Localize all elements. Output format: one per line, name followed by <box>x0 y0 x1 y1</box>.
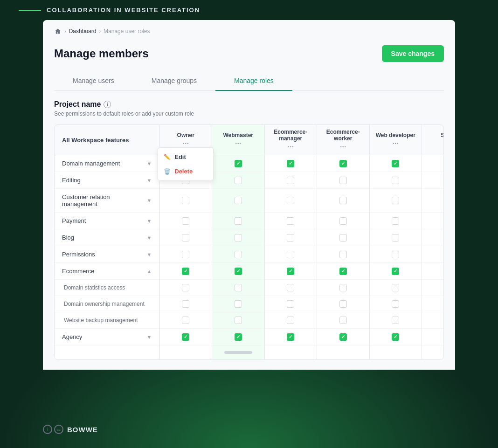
expand-icon-ecommerce[interactable]: ▲ <box>147 269 152 274</box>
checkbox-blog-0[interactable] <box>182 234 189 241</box>
tab-manage-roles[interactable]: Manage roles <box>215 71 292 91</box>
checkbox-agency-3[interactable] <box>339 333 347 341</box>
checkbox-ecommerce-3[interactable] <box>339 268 347 275</box>
role-ecommerce-manager-menu-button[interactable]: ··· <box>268 143 314 151</box>
checkbox-permissions-0[interactable] <box>182 251 189 258</box>
check-cell-payment-5 <box>422 213 444 229</box>
checkbox-blog-1[interactable] <box>235 234 242 241</box>
checkbox-editing-2[interactable] <box>287 177 294 184</box>
role-webmaster-menu-button[interactable]: ··· <box>215 139 262 148</box>
checkbox-crm-0[interactable] <box>182 197 189 204</box>
checkbox-ecommerce-1[interactable] <box>235 268 242 275</box>
checkbox-payment-0[interactable] <box>182 217 189 225</box>
check-cell-crm-1 <box>212 189 265 213</box>
checkbox-domain-management-3[interactable] <box>339 160 347 167</box>
checkbox-permissions-4[interactable] <box>392 251 399 258</box>
checkbox-domain-stats-3[interactable] <box>339 284 347 291</box>
role-web-developer-menu-button[interactable]: ··· <box>373 139 419 148</box>
checkbox-payment-3[interactable] <box>339 217 347 225</box>
check-cell-crm-2 <box>264 189 317 213</box>
checkbox-website-backup-4[interactable] <box>392 317 399 324</box>
check-cell-agency-1 <box>212 329 265 345</box>
checkbox-crm-3[interactable] <box>339 197 347 204</box>
checkbox-crm-2[interactable] <box>287 197 294 204</box>
table-row: Website backup management <box>55 312 444 329</box>
owner-dropdown-menu: ✏️ Edit 🗑️ Delete <box>158 147 214 181</box>
table-row: Agency▼ <box>55 329 444 345</box>
checkbox-ecommerce-2[interactable] <box>287 268 294 275</box>
checkbox-blog-3[interactable] <box>339 234 347 241</box>
role-ecommerce-worker-menu-button[interactable]: ··· <box>320 143 367 151</box>
check-cell-domain-stats-0 <box>159 280 212 296</box>
save-button[interactable]: Save changes <box>382 45 444 62</box>
checkbox-agency-2[interactable] <box>287 333 294 341</box>
webmaster-scrollbar[interactable] <box>212 345 265 360</box>
checkbox-domain-stats-0[interactable] <box>182 284 189 291</box>
expand-icon-permissions[interactable]: ▼ <box>147 252 152 257</box>
expand-icon-payment[interactable]: ▼ <box>147 218 152 224</box>
checkbox-agency-4[interactable] <box>392 333 399 341</box>
checkbox-payment-2[interactable] <box>287 217 294 225</box>
checkbox-permissions-2[interactable] <box>287 251 294 258</box>
checkbox-agency-0[interactable] <box>182 333 189 341</box>
checkbox-blog-2[interactable] <box>287 234 294 241</box>
expand-icon-agency[interactable]: ▼ <box>147 334 152 340</box>
checkbox-domain-stats-4[interactable] <box>392 284 399 291</box>
checkbox-payment-4[interactable] <box>392 217 399 225</box>
expand-icon-domain-management[interactable]: ▼ <box>147 161 152 166</box>
checkbox-permissions-1[interactable] <box>235 251 242 258</box>
checkbox-domain-ownership-1[interactable] <box>235 300 242 308</box>
role-owner-menu-button[interactable]: ··· <box>163 139 209 148</box>
checkbox-editing-1[interactable] <box>235 177 242 184</box>
checkbox-domain-management-2[interactable] <box>287 160 294 167</box>
home-icon[interactable] <box>54 28 62 35</box>
checkbox-domain-ownership-0[interactable] <box>182 300 189 308</box>
footer-brand: BOWWE <box>67 426 98 434</box>
footer: i cc BOWWE <box>43 425 98 434</box>
tabs-container: Manage users Manage groups Manage roles <box>54 71 444 91</box>
checkbox-domain-management-4[interactable] <box>392 160 399 167</box>
checkbox-agency-1[interactable] <box>235 333 242 341</box>
tab-manage-groups[interactable]: Manage groups <box>133 71 215 91</box>
page-header: Manage members Save changes <box>43 40 455 71</box>
checkbox-permissions-3[interactable] <box>339 251 347 258</box>
expand-icon-editing[interactable]: ▼ <box>147 178 152 183</box>
checkbox-website-backup-3[interactable] <box>339 317 347 324</box>
checkbox-domain-stats-1[interactable] <box>235 284 242 291</box>
checkbox-domain-stats-2[interactable] <box>287 284 294 291</box>
checkbox-domain-ownership-3[interactable] <box>339 300 347 308</box>
role-sales-menu-button[interactable]: ··· <box>425 139 444 148</box>
feature-cell-domain-stats: Domain statistics access <box>55 280 159 296</box>
checkbox-domain-management-1[interactable] <box>235 160 242 167</box>
checkbox-editing-4[interactable] <box>392 177 399 184</box>
dropdown-delete[interactable]: 🗑️ Delete <box>158 164 213 179</box>
checkbox-editing-3[interactable] <box>339 177 347 184</box>
expand-icon-blog[interactable]: ▼ <box>147 235 152 241</box>
expand-icon-crm[interactable]: ▼ <box>147 198 152 203</box>
checkbox-website-backup-2[interactable] <box>287 317 294 324</box>
checkbox-crm-1[interactable] <box>235 197 242 204</box>
checkbox-domain-ownership-2[interactable] <box>287 300 294 308</box>
check-cell-website-backup-1 <box>212 312 265 329</box>
checkbox-payment-1[interactable] <box>235 217 242 225</box>
checkbox-website-backup-1[interactable] <box>235 317 242 324</box>
info-icon[interactable]: i <box>104 101 111 108</box>
check-cell-blog-2 <box>264 229 317 246</box>
checkbox-blog-4[interactable] <box>392 234 399 241</box>
checkbox-domain-ownership-4[interactable] <box>392 300 399 308</box>
dropdown-edit[interactable]: ✏️ Edit <box>158 150 213 164</box>
breadcrumb-dashboard[interactable]: Dashboard <box>69 28 97 34</box>
check-cell-editing-2 <box>264 172 317 189</box>
app-tagline: COLLABORATION IN WEBSITE CREATION <box>47 7 200 14</box>
check-cell-agency-0 <box>159 329 212 345</box>
feature-cell-crm: Customer relation management▼ <box>55 189 159 213</box>
checkbox-ecommerce-4[interactable] <box>392 268 399 275</box>
footer-icon-1: i <box>43 425 52 434</box>
checkbox-website-backup-0[interactable] <box>182 317 189 324</box>
tab-manage-users[interactable]: Manage users <box>54 71 133 91</box>
feature-cell-domain-ownership: Domain ownership management <box>55 296 159 312</box>
check-cell-website-backup-3 <box>317 312 370 329</box>
check-cell-payment-1 <box>212 213 265 229</box>
checkbox-crm-4[interactable] <box>392 197 399 204</box>
checkbox-ecommerce-0[interactable] <box>182 268 189 275</box>
